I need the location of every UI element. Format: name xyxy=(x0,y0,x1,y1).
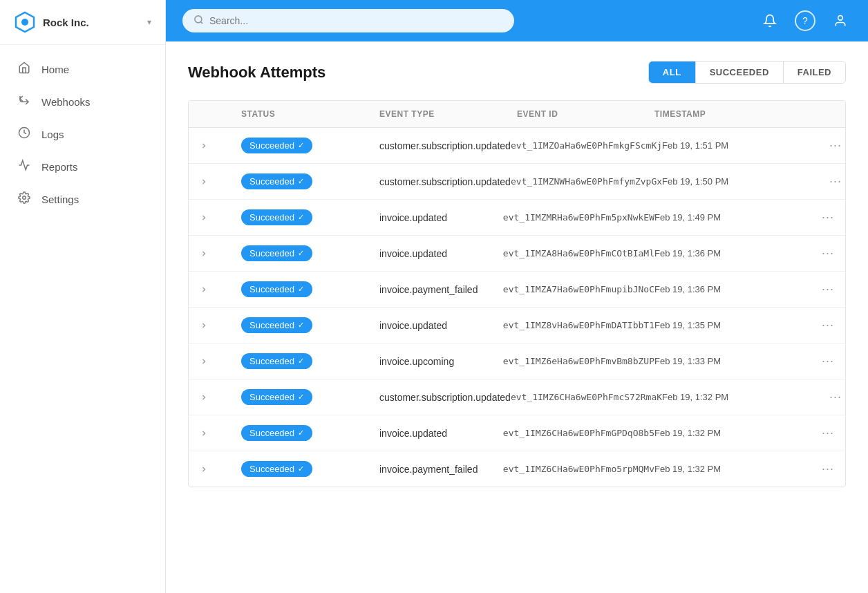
user-icon[interactable] xyxy=(829,10,851,32)
event-id-5: evt_1IMZ8vHa6wE0PhFmDATIbbT1 xyxy=(503,320,654,330)
event-type-3: invoice.updated xyxy=(379,248,503,259)
badge-text-1: Succeeded xyxy=(249,176,294,187)
event-type-4: invoice.payment_failed xyxy=(379,284,503,295)
badge-check-icon-5: ✓ xyxy=(298,321,304,330)
timestamp-2: Feb 19, 1:49 PM xyxy=(654,212,793,223)
sidebar-item-reports[interactable]: Reports xyxy=(0,151,165,183)
filter-buttons: ALL SUCCEEDED FAILED xyxy=(648,61,846,84)
content-area: Webhook Attempts ALL SUCCEEDED FAILED ST… xyxy=(166,41,868,593)
sidebar-item-home[interactable]: Home xyxy=(0,53,165,86)
row-expand-1[interactable] xyxy=(200,178,241,186)
timestamp-4: Feb 19, 1:36 PM xyxy=(654,284,793,294)
row-expand-0[interactable] xyxy=(200,142,241,150)
row-menu-7[interactable]: ··· xyxy=(800,390,842,404)
col-status: STATUS xyxy=(241,109,379,119)
event-id-8: evt_1IMZ6CHa6wE0PhFmGPDqO8b5 xyxy=(503,428,654,438)
status-badge-2: Succeeded ✓ xyxy=(241,209,379,225)
event-id-0: evt_1IMZOaHa6wE0PhFmkgFScmKj xyxy=(511,140,662,151)
status-badge-5: Succeeded ✓ xyxy=(241,317,379,333)
sidebar-item-webhooks[interactable]: Webhooks xyxy=(0,86,165,118)
col-expand xyxy=(200,109,241,119)
row-expand-2[interactable] xyxy=(200,214,241,222)
status-badge-8: Succeeded ✓ xyxy=(241,425,379,441)
badge-text-6: Succeeded xyxy=(249,356,294,366)
row-menu-3[interactable]: ··· xyxy=(793,246,834,261)
badge-text-7: Succeeded xyxy=(249,392,294,402)
home-icon xyxy=(17,62,32,77)
table-row: Succeeded ✓ customer.subscription.update… xyxy=(189,128,845,164)
notification-icon[interactable] xyxy=(759,10,781,32)
table-header: STATUS EVENT TYPE EVENT ID TIMESTAMP xyxy=(189,101,845,128)
search-input[interactable] xyxy=(209,15,503,26)
row-expand-6[interactable] xyxy=(200,357,241,366)
badge-check-icon-4: ✓ xyxy=(298,285,304,294)
topbar: ? xyxy=(166,0,868,41)
search-box[interactable] xyxy=(182,9,514,32)
logs-icon xyxy=(17,126,32,142)
badge-text-9: Succeeded xyxy=(249,464,294,474)
sidebar-label-logs: Logs xyxy=(41,129,64,140)
status-badge-3: Succeeded ✓ xyxy=(241,245,379,261)
help-icon[interactable]: ? xyxy=(795,10,815,31)
status-badge-6: Succeeded ✓ xyxy=(241,353,379,369)
row-expand-8[interactable] xyxy=(200,429,241,437)
badge-text-5: Succeeded xyxy=(249,320,294,330)
table-body: Succeeded ✓ customer.subscription.update… xyxy=(189,128,845,487)
table-row: Succeeded ✓ invoice.upcoming evt_1IMZ6eH… xyxy=(189,343,845,379)
row-menu-9[interactable]: ··· xyxy=(793,462,834,476)
content-header: Webhook Attempts ALL SUCCEEDED FAILED xyxy=(188,61,846,84)
company-selector[interactable]: Rock Inc. ▾ xyxy=(0,0,165,45)
row-menu-6[interactable]: ··· xyxy=(793,354,834,368)
webhook-attempts-table: STATUS EVENT TYPE EVENT ID TIMESTAMP Suc… xyxy=(188,100,846,487)
status-badge-4: Succeeded ✓ xyxy=(241,281,379,297)
event-type-0: customer.subscription.updated xyxy=(379,140,511,151)
row-expand-3[interactable] xyxy=(200,250,241,258)
table-row: Succeeded ✓ customer.subscription.update… xyxy=(189,164,845,200)
badge-check-icon-6: ✓ xyxy=(298,357,304,366)
status-badge-9: Succeeded ✓ xyxy=(241,461,379,477)
col-event-id: EVENT ID xyxy=(517,109,654,119)
row-menu-5[interactable]: ··· xyxy=(793,318,834,332)
row-expand-5[interactable] xyxy=(200,321,241,330)
sidebar-label-home: Home xyxy=(41,64,69,75)
row-expand-7[interactable] xyxy=(200,393,241,402)
row-menu-8[interactable]: ··· xyxy=(793,426,834,440)
filter-all-button[interactable]: ALL xyxy=(649,62,696,83)
row-menu-1[interactable]: ··· xyxy=(800,174,842,189)
timestamp-9: Feb 19, 1:32 PM xyxy=(654,464,793,474)
sidebar-label-webhooks: Webhooks xyxy=(41,96,91,108)
row-menu-0[interactable]: ··· xyxy=(800,138,842,153)
col-timestamp: TIMESTAMP xyxy=(654,109,793,119)
badge-text-0: Succeeded xyxy=(249,140,294,151)
event-id-3: evt_1IMZA8Ha6wE0PhFmCOtBIaMl xyxy=(503,248,654,258)
page-title: Webhook Attempts xyxy=(188,64,326,82)
row-menu-4[interactable]: ··· xyxy=(793,282,834,296)
event-type-1: customer.subscription.updated xyxy=(379,176,511,187)
sidebar-item-settings[interactable]: Settings xyxy=(0,183,165,216)
sidebar-item-logs[interactable]: Logs xyxy=(0,118,165,151)
row-expand-9[interactable] xyxy=(200,465,241,473)
status-badge-7: Succeeded ✓ xyxy=(241,389,379,405)
badge-check-icon-3: ✓ xyxy=(298,249,304,258)
filter-succeeded-button[interactable]: SUCCEEDED xyxy=(696,62,784,83)
webhooks-icon xyxy=(17,94,32,110)
main-nav: Home Webhooks Logs Reports Settings xyxy=(0,45,165,593)
col-event-type: EVENT TYPE xyxy=(379,109,517,119)
badge-text-2: Succeeded xyxy=(249,212,294,223)
settings-icon xyxy=(17,191,32,207)
timestamp-1: Feb 19, 1:50 PM xyxy=(662,176,800,187)
event-id-7: evt_1IMZ6CHa6wE0PhFmcS72RmaK xyxy=(511,392,662,402)
topbar-actions: ? xyxy=(759,10,851,32)
event-type-2: invoice.updated xyxy=(379,212,503,223)
svg-point-3 xyxy=(23,196,26,200)
badge-text-8: Succeeded xyxy=(249,428,294,438)
row-menu-2[interactable]: ··· xyxy=(793,210,834,225)
app-logo xyxy=(14,11,36,33)
row-expand-4[interactable] xyxy=(200,285,241,294)
timestamp-6: Feb 19, 1:33 PM xyxy=(654,356,793,366)
svg-point-1 xyxy=(21,19,28,26)
event-id-2: evt_1IMZMRHa6wE0PhFm5pxNwkEW xyxy=(503,212,654,223)
table-row: Succeeded ✓ invoice.payment_failed evt_1… xyxy=(189,272,845,308)
event-type-8: invoice.updated xyxy=(379,428,503,439)
filter-failed-button[interactable]: FAILED xyxy=(784,62,845,83)
